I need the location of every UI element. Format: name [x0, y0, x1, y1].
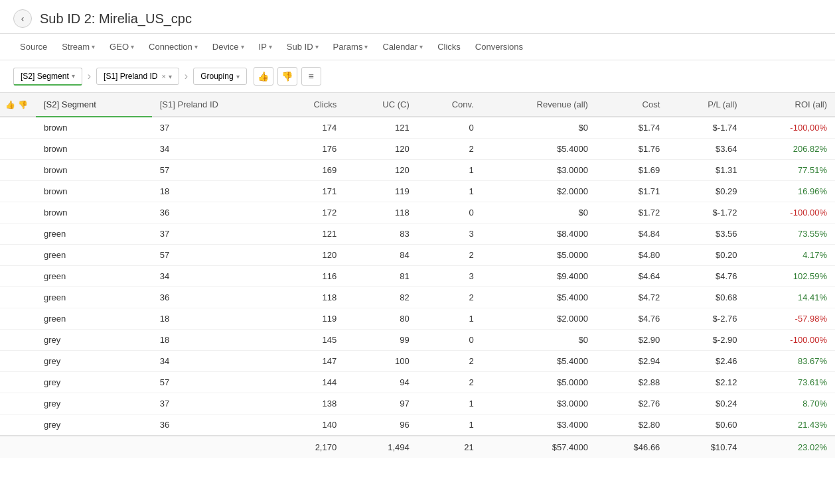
- row-controls: [0, 330, 36, 351]
- page-header: ‹ Sub ID 2: Mirelia_US_cpc: [0, 0, 835, 34]
- cell-clicks: 174: [278, 117, 344, 139]
- table-row: grey36140961$3.4000$2.80$0.6021.43%: [0, 414, 835, 436]
- footer-cell-8: $10.74: [668, 436, 745, 458]
- cell-uc-c: 100: [344, 351, 418, 372]
- menu-button[interactable]: ≡: [301, 67, 321, 86]
- table-row: grey57144942$5.0000$2.88$2.1273.61%: [0, 372, 835, 393]
- cell-revenue-all: $5.4000: [482, 351, 596, 372]
- col-header-pl-all[interactable]: P/L (all): [668, 93, 745, 117]
- row-controls: [0, 245, 36, 266]
- cell-clicks: 171: [278, 181, 344, 202]
- cell-clicks: 121: [278, 223, 344, 245]
- table-row: brown571691201$3.0000$1.69$1.3177.51%: [0, 160, 835, 181]
- header-thumbdown-icon[interactable]: 👎: [18, 100, 28, 109]
- cell-uc-c: 94: [344, 372, 418, 393]
- cell-conv: 2: [418, 245, 482, 266]
- nav-item-params[interactable]: Params▾: [327, 38, 375, 56]
- cell-conv: 1: [418, 308, 482, 330]
- cell-revenue-all: $8.4000: [482, 223, 596, 245]
- table-row: green37121833$8.4000$4.84$3.5673.55%: [0, 223, 835, 245]
- chevron-icon: ▾: [269, 43, 272, 50]
- cell-pl-all: $-2.76: [668, 308, 745, 330]
- cell-pl-all: $4.76: [668, 266, 745, 287]
- segment-filter-button[interactable]: [S2] Segment ▾: [13, 68, 82, 86]
- nav-item-connection[interactable]: Connection▾: [142, 38, 204, 56]
- cell-segment: grey: [36, 351, 152, 372]
- preland-filter-button[interactable]: [S1] Preland ID × ▾: [96, 68, 179, 85]
- col-header-segment[interactable]: [S2] Segment: [36, 93, 152, 117]
- thumbup-icon: 👍: [258, 71, 269, 82]
- nav-item-clicks[interactable]: Clicks: [431, 38, 467, 56]
- preland-filter-label: [S1] Preland ID: [104, 72, 157, 81]
- nav-item-ip[interactable]: IP▾: [252, 38, 279, 56]
- preland-close-icon[interactable]: ×: [161, 72, 165, 80]
- cell-preland-id: 37: [152, 223, 279, 245]
- cell-cost: $2.76: [596, 393, 668, 414]
- nav-item-calendar[interactable]: Calendar▾: [376, 38, 429, 56]
- cell-conv: 3: [418, 223, 482, 245]
- col-header-roi-all[interactable]: ROI (all): [745, 93, 835, 117]
- nav-item-conversions[interactable]: Conversions: [469, 38, 530, 56]
- row-controls: [0, 202, 36, 223]
- nav-item-sub-id[interactable]: Sub ID▾: [280, 38, 325, 56]
- filter-separator-2: ›: [183, 70, 189, 82]
- thumbup-button[interactable]: 👍: [254, 67, 273, 86]
- cell-roi-all: -100,00%: [745, 117, 835, 139]
- cell-segment: grey: [36, 414, 152, 436]
- footer-cell-9: 23.02%: [745, 436, 835, 458]
- grouping-filter-button[interactable]: Grouping ▾: [193, 68, 246, 85]
- nav-item-device[interactable]: Device▾: [206, 38, 251, 56]
- cell-roi-all: 206.82%: [745, 139, 835, 160]
- header-thumbup-icon[interactable]: 👍: [5, 100, 15, 109]
- chevron-icon: ▾: [241, 43, 244, 50]
- cell-cost: $4.84: [596, 223, 668, 245]
- cell-roi-all: -100.00%: [745, 202, 835, 223]
- cell-conv: 0: [418, 117, 482, 139]
- segment-filter-arrow: ▾: [72, 72, 75, 80]
- nav-item-geo[interactable]: GEO▾: [103, 38, 141, 56]
- cell-clicks: 144: [278, 372, 344, 393]
- cell-preland-id: 18: [152, 308, 279, 330]
- cell-segment: green: [36, 245, 152, 266]
- cell-uc-c: 121: [344, 117, 418, 139]
- table-row: grey18145990$0$2.90$-2.90-100.00%: [0, 330, 835, 351]
- cell-revenue-all: $5.0000: [482, 245, 596, 266]
- cell-roi-all: 102.59%: [745, 266, 835, 287]
- cell-cost: $2.88: [596, 372, 668, 393]
- cell-cost: $4.80: [596, 245, 668, 266]
- cell-roi-all: 83.67%: [745, 351, 835, 372]
- table-row: green36118822$5.4000$4.72$0.6814.41%: [0, 287, 835, 308]
- col-header-uc-c[interactable]: UC (C): [344, 93, 418, 117]
- cell-pl-all: $0.60: [668, 414, 745, 436]
- cell-roi-all: 73.61%: [745, 372, 835, 393]
- cell-roi-all: 8.70%: [745, 393, 835, 414]
- nav-item-source[interactable]: Source: [13, 38, 54, 56]
- table-body: brown371741210$0$1.74$-1.74-100,00%brown…: [0, 117, 835, 436]
- thumbdown-button[interactable]: 👎: [277, 67, 297, 86]
- col-header-clicks[interactable]: Clicks: [278, 93, 344, 117]
- cell-preland-id: 34: [152, 351, 279, 372]
- cell-pl-all: $3.64: [668, 139, 745, 160]
- cell-clicks: 138: [278, 393, 344, 414]
- cell-revenue-all: $3.0000: [482, 393, 596, 414]
- cell-clicks: 145: [278, 330, 344, 351]
- nav-item-stream[interactable]: Stream▾: [55, 38, 102, 56]
- col-header-conv[interactable]: Conv.: [418, 93, 482, 117]
- col-header-revenue-all[interactable]: Revenue (all): [482, 93, 596, 117]
- cell-revenue-all: $5.0000: [482, 372, 596, 393]
- cell-roi-all: 77.51%: [745, 160, 835, 181]
- row-controls: [0, 351, 36, 372]
- cell-clicks: 140: [278, 414, 344, 436]
- cell-clicks: 118: [278, 287, 344, 308]
- cell-cost: $1.69: [596, 160, 668, 181]
- cell-clicks: 172: [278, 202, 344, 223]
- cell-uc-c: 120: [344, 139, 418, 160]
- chevron-icon: ▾: [364, 43, 368, 50]
- cell-roi-all: 21.43%: [745, 414, 835, 436]
- col-header-cost[interactable]: Cost: [596, 93, 668, 117]
- row-controls: [0, 287, 36, 308]
- col-header-preland-id[interactable]: [S1] Preland ID: [152, 93, 279, 117]
- table-footer: 2,1701,49421$57.4000$46.66$10.7423.02%: [0, 436, 835, 458]
- cell-preland-id: 18: [152, 181, 279, 202]
- back-button[interactable]: ‹: [13, 9, 32, 28]
